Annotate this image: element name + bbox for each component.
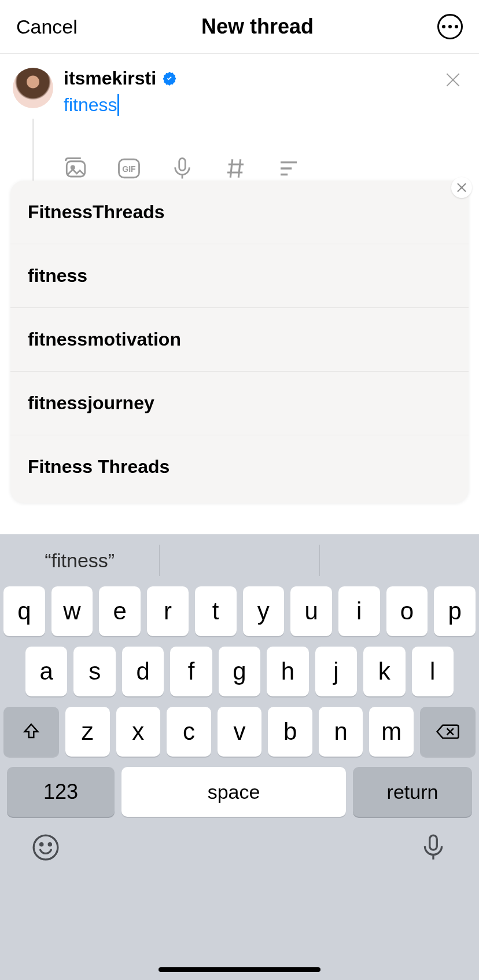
- key-n[interactable]: n: [319, 707, 363, 757]
- typed-text: fitness: [64, 94, 117, 116]
- more-options-button[interactable]: [437, 14, 463, 39]
- prediction-separator: [159, 545, 160, 576]
- page-title: New thread: [201, 14, 314, 39]
- prediction-bar: “fitness”: [0, 534, 479, 586]
- compose-body: itsmekirsti fitness: [53, 68, 466, 116]
- key-j[interactable]: j: [315, 647, 357, 696]
- image-attach-icon[interactable]: [64, 156, 88, 181]
- key-l[interactable]: l: [412, 647, 454, 696]
- key-r[interactable]: r: [147, 586, 189, 636]
- svg-text:GIF: GIF: [122, 164, 136, 174]
- key-t[interactable]: t: [195, 586, 237, 636]
- key-d[interactable]: d: [122, 647, 164, 696]
- svg-rect-0: [67, 162, 85, 177]
- backspace-key[interactable]: [420, 707, 476, 757]
- key-g[interactable]: g: [219, 647, 260, 696]
- key-o[interactable]: o: [386, 586, 428, 636]
- prediction-separator: [319, 545, 320, 576]
- dot-icon: [442, 25, 445, 28]
- clear-text-button[interactable]: [444, 71, 462, 89]
- poll-icon[interactable]: [277, 156, 301, 181]
- svg-point-5: [34, 835, 58, 860]
- key-a[interactable]: a: [25, 647, 67, 696]
- suggestion-item[interactable]: fitnessmotivation: [10, 308, 469, 372]
- verified-badge-icon: [162, 71, 177, 86]
- svg-rect-8: [430, 835, 437, 850]
- hashtag-icon[interactable]: [223, 156, 248, 181]
- dot-icon: [448, 25, 452, 28]
- space-key[interactable]: space: [121, 767, 346, 817]
- compose-area: itsmekirsti fitness: [0, 54, 479, 122]
- suggestion-item[interactable]: Fitness Threads: [10, 435, 469, 498]
- keyboard-row-1: q w e r t y u i o p: [3, 586, 476, 636]
- keyboard: “fitness” q w e r t y u i o p a s d f g …: [0, 534, 479, 980]
- key-q[interactable]: q: [3, 586, 45, 636]
- mic-attach-icon[interactable]: [170, 156, 194, 181]
- key-z[interactable]: z: [65, 707, 110, 757]
- key-c[interactable]: c: [167, 707, 211, 757]
- keyboard-rows: q w e r t y u i o p a s d f g h j k l z: [0, 586, 479, 817]
- suggestion-item[interactable]: fitnessjourney: [10, 372, 469, 435]
- svg-rect-4: [179, 159, 186, 171]
- svg-point-6: [40, 843, 43, 846]
- dictation-mic-icon[interactable]: [419, 833, 448, 862]
- numbers-key[interactable]: 123: [7, 767, 115, 817]
- compose-input[interactable]: fitness: [64, 94, 466, 116]
- keyboard-bottom-row: [0, 817, 479, 862]
- key-e[interactable]: e: [99, 586, 141, 636]
- gif-attach-icon[interactable]: GIF: [117, 156, 141, 181]
- key-f[interactable]: f: [170, 647, 212, 696]
- key-p[interactable]: p: [434, 586, 476, 636]
- username-label: itsmekirsti: [64, 68, 156, 89]
- emoji-keyboard-icon[interactable]: [31, 833, 60, 862]
- shift-icon: [21, 722, 41, 742]
- key-i[interactable]: i: [338, 586, 380, 636]
- key-x[interactable]: x: [116, 707, 161, 757]
- suggestion-item[interactable]: FitnessThreads: [10, 181, 469, 244]
- suggestion-item[interactable]: fitness: [10, 244, 469, 308]
- key-s[interactable]: s: [73, 647, 115, 696]
- home-indicator[interactable]: [159, 967, 320, 972]
- key-m[interactable]: m: [369, 707, 414, 757]
- keyboard-row-2: a s d f g h j k l: [3, 647, 476, 696]
- dot-icon: [455, 25, 458, 28]
- key-u[interactable]: u: [290, 586, 332, 636]
- avatar[interactable]: [13, 68, 53, 108]
- key-y[interactable]: y: [243, 586, 285, 636]
- tag-suggestions-panel: FitnessThreads fitness fitnessmotivation…: [10, 181, 469, 503]
- keyboard-row-3: z x c v b n m: [3, 707, 476, 757]
- backspace-icon: [434, 722, 461, 742]
- shift-key[interactable]: [3, 707, 59, 757]
- text-caret: [117, 94, 119, 116]
- keyboard-row-4: 123 space return: [3, 767, 476, 817]
- key-v[interactable]: v: [218, 707, 262, 757]
- key-w[interactable]: w: [51, 586, 93, 636]
- key-k[interactable]: k: [363, 647, 405, 696]
- username-row: itsmekirsti: [64, 68, 466, 89]
- cancel-button[interactable]: Cancel: [16, 16, 78, 38]
- header-bar: Cancel New thread: [0, 0, 479, 54]
- key-h[interactable]: h: [267, 647, 308, 696]
- return-key[interactable]: return: [353, 767, 472, 817]
- prediction-suggestion[interactable]: “fitness”: [0, 549, 159, 572]
- svg-point-7: [49, 843, 51, 846]
- close-suggestions-button[interactable]: [451, 177, 472, 198]
- key-b[interactable]: b: [268, 707, 312, 757]
